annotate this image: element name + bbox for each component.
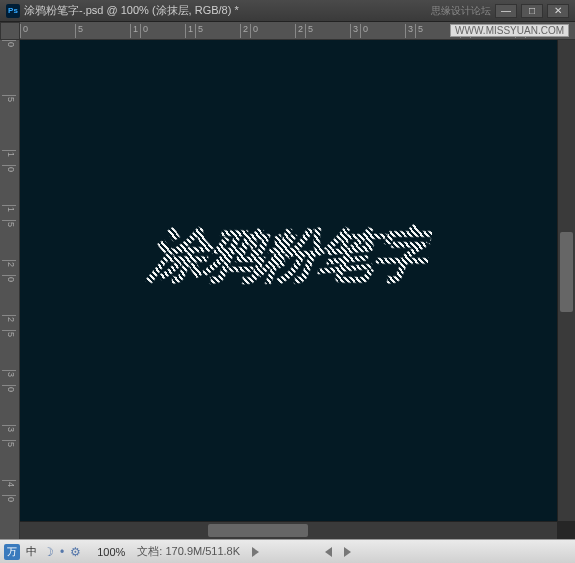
title-bar: Ps 涂鸦粉笔字-.psd @ 100% (涂抹层, RGB/8) * 思缘设计… bbox=[0, 0, 575, 22]
status-bar: 万 中 ☽ • ⚙ 100% 文档: 170.9M/511.8K bbox=[0, 539, 575, 563]
settings-icon[interactable]: ⚙ bbox=[70, 545, 81, 559]
ruler-tick: 0 bbox=[2, 275, 16, 282]
ruler-tick: 1 bbox=[2, 205, 16, 212]
docsize-label: 文档: bbox=[137, 545, 162, 557]
ruler-tick: 5 bbox=[305, 24, 313, 38]
ruler-tick: 5 bbox=[2, 330, 16, 337]
ruler-tick: 2 bbox=[2, 260, 16, 267]
ruler-tick: 5 bbox=[2, 440, 16, 447]
ruler-tick: 3 bbox=[405, 24, 413, 38]
watermark-text: 思缘设计论坛 bbox=[431, 4, 491, 18]
ruler-tick: 1 bbox=[2, 150, 16, 157]
ruler-tick: 0 bbox=[2, 385, 16, 392]
ruler-tick: 3 bbox=[350, 24, 358, 38]
canvas-area: 涂鸦粉笔字 bbox=[20, 40, 575, 539]
minimize-button[interactable]: — bbox=[495, 4, 517, 18]
nav-arrow-right-icon[interactable] bbox=[344, 547, 351, 557]
scrollbar-thumb[interactable] bbox=[560, 232, 573, 312]
ruler-tick: 0 bbox=[250, 24, 258, 38]
ruler-tick: 5 bbox=[2, 95, 16, 102]
close-button[interactable]: ✕ bbox=[547, 4, 569, 18]
scrollbar-thumb[interactable] bbox=[208, 524, 308, 537]
zoom-level[interactable]: 100% bbox=[97, 546, 125, 558]
nav-arrow-left-icon[interactable] bbox=[325, 547, 332, 557]
ruler-tick: 5 bbox=[415, 24, 423, 38]
ruler-tick: 1 bbox=[185, 24, 193, 38]
language-indicator[interactable]: 中 bbox=[26, 544, 37, 559]
ruler-tick: 5 bbox=[75, 24, 83, 38]
ruler-tick: 4 bbox=[2, 480, 16, 487]
nav-arrow-right-icon[interactable] bbox=[252, 547, 259, 557]
ruler-tick: 0 bbox=[2, 40, 16, 47]
bullet-icon: • bbox=[60, 545, 64, 559]
ruler-tick: 5 bbox=[195, 24, 203, 38]
ime-icon[interactable]: 万 bbox=[4, 544, 20, 560]
ruler-tick: 0 bbox=[2, 495, 16, 502]
ruler-tick: 0 bbox=[360, 24, 368, 38]
vertical-ruler[interactable]: 0 5 1 0 1 5 2 0 2 5 3 0 3 5 4 0 bbox=[0, 40, 20, 539]
document-title: 涂鸦粉笔字-.psd @ 100% (涂抹层, RGB/8) * bbox=[24, 3, 239, 18]
ruler-tick: 3 bbox=[2, 370, 16, 377]
ruler-tick: 1 bbox=[130, 24, 138, 38]
moon-icon[interactable]: ☽ bbox=[43, 545, 54, 559]
ruler-tick: 5 bbox=[2, 220, 16, 227]
ruler-origin[interactable] bbox=[0, 22, 20, 40]
ruler-tick: 2 bbox=[295, 24, 303, 38]
ruler-tick: 0 bbox=[140, 24, 148, 38]
chalk-text-layer: 涂鸦粉笔字 bbox=[143, 217, 434, 295]
document-canvas[interactable]: 涂鸦粉笔字 bbox=[20, 40, 557, 521]
ruler-tick: 0 bbox=[2, 165, 16, 172]
docsize-value: 170.9M/511.8K bbox=[165, 545, 240, 557]
ruler-tick: 3 bbox=[2, 425, 16, 432]
vertical-scrollbar[interactable] bbox=[557, 40, 575, 521]
ruler-tick: 2 bbox=[2, 315, 16, 322]
ruler-tick: 2 bbox=[240, 24, 248, 38]
app-icon: Ps bbox=[6, 4, 20, 18]
source-url-badge: WWW.MISSYUAN.COM bbox=[450, 24, 569, 37]
maximize-button[interactable]: □ bbox=[521, 4, 543, 18]
horizontal-scrollbar[interactable] bbox=[20, 521, 557, 539]
ruler-tick: 0 bbox=[20, 24, 28, 38]
